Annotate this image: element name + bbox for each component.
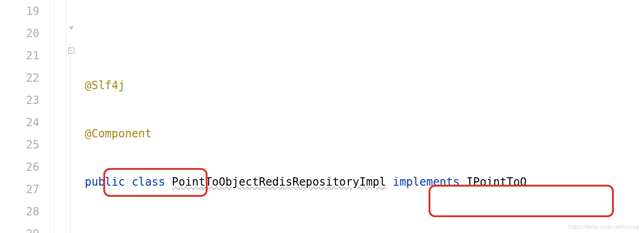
line-number: 26 bbox=[0, 156, 39, 178]
fold-icon[interactable] bbox=[67, 24, 76, 34]
code-line: public class PointToObjectRedisRepositor… bbox=[85, 171, 644, 193]
annotation: @Component bbox=[85, 127, 152, 140]
line-number: 25 bbox=[0, 134, 39, 156]
code-editor[interactable]: @Slf4j @Component public class PointToOb… bbox=[85, 0, 644, 233]
line-number: 28 bbox=[0, 201, 39, 223]
svg-marker-0 bbox=[69, 26, 74, 30]
code-line: @Component bbox=[85, 123, 644, 145]
annotation: @Slf4j bbox=[85, 79, 125, 92]
line-number: 20 bbox=[0, 22, 39, 45]
line-number: 21 bbox=[0, 45, 39, 67]
line-number: 24 bbox=[0, 111, 39, 134]
typename: IPointToO bbox=[467, 175, 527, 188]
fold-icon[interactable] bbox=[67, 46, 76, 57]
line-number: 19 bbox=[0, 0, 39, 22]
keyword: public bbox=[85, 175, 125, 188]
line-number: 27 bbox=[0, 178, 39, 201]
code-line: @Slf4j bbox=[85, 74, 644, 97]
line-number: 22 bbox=[0, 67, 39, 89]
code-line bbox=[85, 219, 644, 233]
line-number-gutter: 19 20 21 22 23 24 25 26 27 28 29 bbox=[0, 0, 50, 233]
code-line bbox=[85, 26, 644, 48]
line-number: 23 bbox=[0, 89, 39, 111]
keyword: class bbox=[132, 175, 165, 188]
classname: PointToObjectRedisRepositoryImpl bbox=[172, 175, 386, 188]
fold-gutter bbox=[66, 0, 85, 233]
line-number: 29 bbox=[0, 223, 39, 233]
keyword: implements bbox=[393, 175, 460, 188]
watermark: https://blog.csdn.net/vicoqi bbox=[568, 223, 639, 230]
gutter-extra bbox=[50, 0, 66, 233]
